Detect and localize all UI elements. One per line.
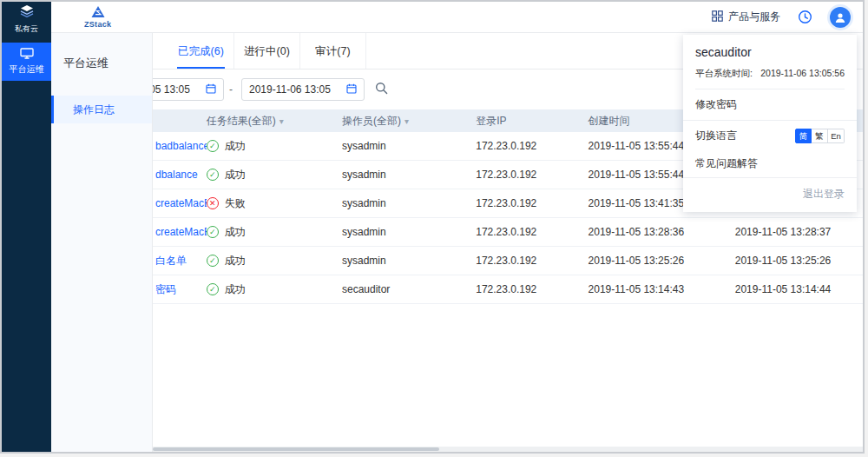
system-time-value: 2019-11-06 13:05:56 <box>760 68 845 78</box>
task-result-text: 成功 <box>225 254 246 268</box>
header-task-result[interactable]: 任务结果(全部)▾ <box>207 114 342 129</box>
login-ip-cell: 172.23.0.192 <box>476 255 588 267</box>
search-icon <box>375 82 388 95</box>
finished-time-cell: 2019-11-05 13:28:37 <box>735 226 863 238</box>
zstack-triangle-icon <box>91 6 105 20</box>
product-logo[interactable]: 私有云 <box>2 2 51 38</box>
primary-sidebar: 私有云 平台运维 <box>2 2 51 452</box>
sort-caret-icon: ▾ <box>404 116 409 126</box>
check-circle-icon: ✓ <box>207 255 219 267</box>
products-services-label: 产品与服务 <box>728 10 780 24</box>
header-task-result-label: 任务结果(全部) <box>207 115 276 127</box>
task-result-text: 成功 <box>225 139 246 154</box>
header-actions: 产品与服务 <box>712 7 863 28</box>
task-name-link[interactable]: dbalance <box>155 169 198 181</box>
check-circle-icon: ✓ <box>207 226 219 238</box>
history-clock-button[interactable] <box>798 10 812 24</box>
faq-item[interactable]: 常见问题解答 <box>683 150 857 178</box>
app-window: 私有云 平台运维 ZStack <box>0 0 865 454</box>
task-result-text: 成功 <box>225 282 246 297</box>
task-name-link[interactable]: 白名单 <box>155 255 187 267</box>
task-name-link[interactable]: badbalance <box>155 140 207 152</box>
horizontal-scrollbar-thumb[interactable] <box>153 447 439 451</box>
date-from-value: 2019-11-05 13:05 <box>153 83 199 96</box>
monitor-icon <box>20 48 34 61</box>
table-row: 白名单 ✓成功 sysadmin 172.23.0.192 2019-11-05… <box>153 247 863 275</box>
language-toggle-group: 简 繁 En <box>795 129 845 143</box>
created-time-cell: 2019-11-05 13:25:26 <box>589 255 735 267</box>
created-time-cell: 2019-11-05 13:28:36 <box>589 226 735 238</box>
table-row: createMacB... ✓成功 sysadmin 172.23.0.192 … <box>153 218 863 247</box>
login-ip-cell: 172.23.0.192 <box>476 226 588 238</box>
tab-in-progress[interactable]: 进行中(0) <box>234 33 300 69</box>
finished-time-cell: 2019-11-05 13:25:26 <box>735 255 863 267</box>
product-logo-label: 私有云 <box>15 23 38 35</box>
close-circle-icon: ✕ <box>207 197 219 209</box>
task-name-link[interactable]: createMacB... <box>155 197 207 209</box>
header-operator-label: 操作员(全部) <box>342 115 401 127</box>
user-dropdown-menu: secauditor 平台系统时间: 2019-11-06 13:05:56 修… <box>683 35 857 212</box>
task-result-text: 成功 <box>225 225 246 240</box>
finished-time-cell: 2019-11-05 13:14:44 <box>735 283 863 295</box>
user-menu-header: secauditor 平台系统时间: 2019-11-06 13:05:56 <box>683 35 857 89</box>
check-circle-icon: ✓ <box>207 283 219 295</box>
date-to-value: 2019-11-06 13:05 <box>249 83 339 96</box>
table-row: 密码 ✓成功 secauditor 172.23.0.192 2019-11-0… <box>153 275 863 304</box>
zstack-logo[interactable]: ZStack <box>84 6 111 29</box>
date-range-separator: - <box>229 78 233 101</box>
tab-audit[interactable]: 审计(7) <box>300 33 366 69</box>
created-time-cell: 2019-11-05 13:14:43 <box>589 283 735 295</box>
task-result-text: 失败 <box>225 196 246 211</box>
lang-button-english[interactable]: En <box>828 129 845 143</box>
change-password-item[interactable]: 修改密码 <box>683 89 857 121</box>
search-button[interactable] <box>375 82 388 98</box>
calendar-icon <box>346 83 357 96</box>
task-result-text: 成功 <box>225 168 246 182</box>
top-header: ZStack 产品与服务 <box>51 2 863 33</box>
operator-cell: sysadmin <box>342 197 476 209</box>
tab-completed[interactable]: 已完成(6) <box>168 33 234 69</box>
sort-caret-icon: ▾ <box>279 116 284 126</box>
header-login-ip: 登录IP <box>476 114 588 129</box>
task-name-link[interactable]: createMacB... <box>155 226 207 238</box>
user-avatar[interactable] <box>830 7 851 28</box>
task-name-link[interactable]: 密码 <box>155 283 176 295</box>
header-operator[interactable]: 操作员(全部)▾ <box>342 114 476 129</box>
system-time-label: 平台系统时间: <box>695 68 753 80</box>
sidebar-item-platform-ops[interactable]: 平台运维 <box>2 43 51 81</box>
lang-button-traditional[interactable]: 繁 <box>812 129 828 143</box>
login-ip-cell: 172.23.0.192 <box>476 197 588 209</box>
operator-cell: sysadmin <box>342 140 476 152</box>
zstack-logo-text: ZStack <box>84 21 111 29</box>
operator-cell: secauditor <box>342 283 476 295</box>
date-to-input[interactable]: 2019-11-06 13:05 <box>241 78 365 101</box>
operator-cell: sysadmin <box>342 255 476 267</box>
operator-cell: sysadmin <box>342 169 476 181</box>
lang-button-simplified[interactable]: 简 <box>795 129 812 143</box>
switch-language-label: 切换语言 <box>695 129 737 143</box>
logout-button[interactable]: 退出登录 <box>683 178 857 212</box>
horizontal-scrollbar <box>153 447 863 452</box>
sidebar-item-operation-log[interactable]: 操作日志 <box>51 96 152 123</box>
operator-cell: sysadmin <box>342 226 476 238</box>
check-circle-icon: ✓ <box>207 140 219 152</box>
products-services-button[interactable]: 产品与服务 <box>712 10 780 24</box>
login-ip-cell: 172.23.0.192 <box>476 140 588 152</box>
person-icon <box>834 11 846 23</box>
date-from-input[interactable]: 2019-11-05 13:05 <box>153 78 224 101</box>
clock-icon <box>798 10 812 24</box>
section-title: 平台运维 <box>51 33 152 71</box>
secondary-sidebar: 平台运维 操作日志 <box>51 33 153 452</box>
stacked-layers-icon <box>19 5 35 21</box>
sidebar-item-label: 平台运维 <box>10 63 44 76</box>
calendar-icon <box>206 83 216 96</box>
login-ip-cell: 172.23.0.192 <box>476 169 588 181</box>
login-ip-cell: 172.23.0.192 <box>476 283 588 295</box>
check-circle-icon: ✓ <box>207 169 219 181</box>
username: secauditor <box>695 45 845 59</box>
grid-icon <box>712 10 723 24</box>
